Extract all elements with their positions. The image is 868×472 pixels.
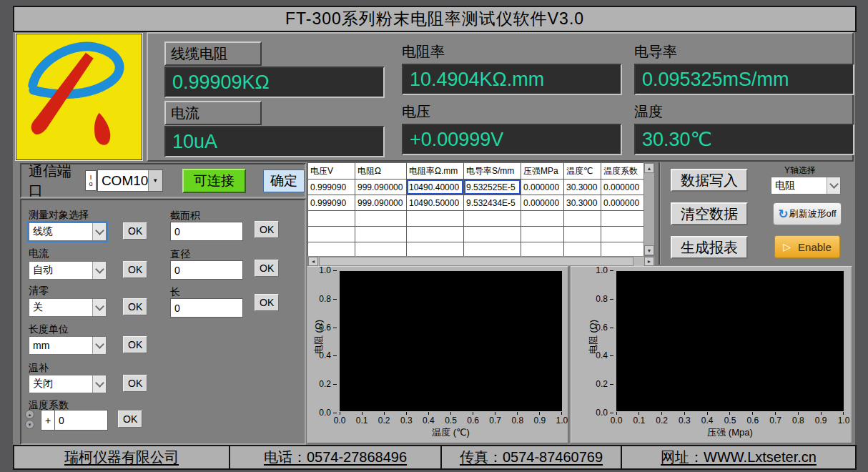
com-port-select[interactable]: COM10 ▼: [97, 169, 163, 192]
current-mode-select[interactable]: 自动: [29, 261, 107, 280]
conductivity-label: 电导率: [634, 42, 677, 62]
generate-report-button[interactable]: 生成报表: [671, 236, 748, 259]
footer-bar: 瑞柯仪器有限公司 电话：0574-27868496 传真：0574-874607…: [13, 445, 857, 470]
table-cell[interactable]: 0.999090: [308, 180, 355, 195]
measurement-table: 电压V 电阻Ω 电阻率Ω.mm 电导率S/mm 压强MPa 温度℃ 温度系数 0…: [307, 162, 643, 256]
confirm-button[interactable]: 确定: [263, 169, 305, 192]
cross-section-ok-button[interactable]: OK: [255, 221, 279, 238]
visa-io-icon: I o: [85, 170, 97, 191]
chart-resistance-vs-pressure: 电阻 (Ω) 1.00.80.60.40.20.0 0.00.10.20.30.…: [571, 266, 852, 443]
voltage-label: 电压: [402, 102, 430, 122]
clear-data-button[interactable]: 清空数据: [671, 202, 748, 225]
table-cell[interactable]: 10490.50000: [407, 195, 464, 211]
write-data-button[interactable]: 数据写入: [671, 169, 748, 192]
temp-comp-ok-button[interactable]: OK: [123, 375, 147, 392]
chevron-down-icon[interactable]: [92, 375, 106, 393]
table-header-row: 电压V 电阻Ω 电阻率Ω.mm 电导率S/mm 压强MPa 温度℃ 温度系数: [308, 163, 644, 180]
spinner-up-icon[interactable]: ▲: [25, 410, 34, 419]
table-cell[interactable]: 9.532434E-5: [464, 195, 521, 211]
table-cell-selected[interactable]: 9.532525E-5: [464, 180, 521, 195]
temp-coef-field-wrap: [54, 410, 108, 431]
table-row: 0.999090 999.090000 10490.50000 9.532434…: [308, 195, 644, 211]
table-cell[interactable]: 0.000000: [601, 180, 644, 195]
chevron-down-icon[interactable]: [92, 262, 106, 279]
scroll-down-button[interactable]: ▼: [644, 245, 654, 255]
table-row-empty: [308, 211, 644, 227]
plot-area[interactable]: [616, 271, 844, 411]
temp-coef-spinner[interactable]: ▲ ▼: [25, 410, 35, 429]
app-window: FT-300系列粉末电阻率测试仪软件V3.0 线缆电阻 0.99909KΩ 电流…: [0, 0, 868, 472]
length-field[interactable]: [171, 298, 242, 318]
col-header: 电压V: [308, 163, 355, 180]
spinner-down-icon[interactable]: ▼: [25, 420, 34, 429]
y-axis-ticks: 1.00.80.60.40.20.0: [311, 265, 337, 418]
current-label: 电流: [164, 101, 262, 125]
current-mode-ok-button[interactable]: OK: [123, 261, 147, 278]
cable-resistance-display: 0.99909KΩ: [164, 67, 385, 98]
chevron-down-icon[interactable]: [92, 337, 106, 354]
zeroing-ok-button[interactable]: OK: [123, 298, 147, 315]
temp-coef-ok-button[interactable]: OK: [118, 410, 142, 428]
footer-company: 瑞柯仪器有限公司: [14, 446, 229, 468]
scroll-up-button[interactable]: ▲: [644, 163, 654, 173]
refresh-waveform-button[interactable]: ↻ 刷新波形off: [773, 202, 842, 225]
chevron-down-icon[interactable]: [827, 177, 840, 194]
table-cell[interactable]: 30.3000: [564, 180, 601, 195]
table-cell[interactable]: 0.000000: [521, 180, 564, 195]
y-axis-select[interactable]: 电阻: [771, 177, 841, 195]
comm-port-row: 通信端口 I o COM10 ▼ 可连接 确定: [20, 163, 306, 198]
diameter-field[interactable]: [171, 260, 242, 280]
table-cell[interactable]: 999.090000: [355, 180, 407, 195]
refresh-icon: ↻: [778, 207, 788, 222]
measure-object-select[interactable]: 线缆: [29, 222, 107, 241]
scroll-right-button[interactable]: ►: [644, 257, 654, 266]
readings-panel: 线缆电阻 0.99909KΩ 电流 10uA 电阻率 10.4904KΩ.mm …: [147, 32, 854, 162]
table-cell[interactable]: 999.090000: [355, 195, 407, 211]
chevron-down-icon[interactable]: [92, 299, 106, 316]
table-cell[interactable]: 0.000000: [601, 195, 644, 211]
length-field-wrap: [170, 298, 243, 318]
length-ok-button[interactable]: OK: [255, 294, 279, 311]
length-unit-ok-button[interactable]: OK: [123, 336, 147, 353]
table-cell[interactable]: 0.000000: [521, 195, 564, 211]
connect-status-button[interactable]: 可连接: [182, 169, 246, 193]
table-cell[interactable]: 30.3000: [564, 195, 601, 211]
zeroing-select[interactable]: 关: [29, 298, 107, 317]
temp-comp-select[interactable]: 关闭: [29, 375, 107, 393]
conductivity-display: 0.095325mS/mm: [634, 64, 854, 95]
table-vertical-scrollbar[interactable]: ▲ ▼: [643, 162, 655, 256]
diameter-field-wrap: [170, 260, 243, 280]
col-header: 电导率S/mm: [464, 163, 521, 180]
length-unit-select[interactable]: mm: [29, 336, 107, 355]
cross-section-label: 截面积: [170, 210, 200, 222]
settings-panel: 测量对象选择 线缆 OK 电流 自动 OK 清零 关 OK 长度单位 mm OK…: [20, 199, 306, 445]
current-mode-label: 电流: [29, 247, 49, 260]
length-unit-label: 长度单位: [29, 323, 69, 336]
table-cell[interactable]: 0.999090: [308, 195, 355, 211]
temp-coef-field[interactable]: [55, 410, 107, 431]
footer-fax: 传真：0574-87460769: [440, 446, 621, 468]
cable-resistance-label: 线缆电阻: [164, 41, 262, 66]
cross-section-field[interactable]: [171, 222, 242, 241]
scrollbar-thumb[interactable]: [319, 257, 633, 266]
col-header: 电阻率Ω.mm: [407, 163, 464, 180]
length-label: 长: [170, 286, 180, 299]
measure-object-ok-button[interactable]: OK: [123, 222, 147, 240]
col-header: 压强MPa: [521, 163, 564, 180]
plot-area[interactable]: [340, 271, 562, 411]
resistivity-display: 10.4904KΩ.mm: [402, 64, 622, 95]
chart-resistance-vs-temperature: 电阻 (Ω) 1.00.80.60.40.20.0 0.00.10.20.30.…: [307, 266, 568, 443]
x-axis-ticks: 0.00.10.20.30.40.50.60.70.80.91.0: [331, 412, 571, 423]
enable-button[interactable]: ▷ Enable: [774, 235, 840, 258]
chevron-down-icon[interactable]: [92, 223, 106, 240]
comm-port-label: 通信端口: [29, 162, 84, 200]
col-header: 电阻Ω: [355, 163, 407, 180]
table-row: 0.999090 999.090000 10490.40000 9.532525…: [308, 180, 644, 195]
chevron-down-icon[interactable]: ▼: [148, 170, 162, 191]
diameter-label: 直径: [170, 248, 190, 261]
cross-section-field-wrap: [170, 222, 243, 241]
table-cell-selected[interactable]: 10490.40000: [407, 180, 464, 195]
play-icon: ▷: [783, 241, 791, 252]
y-axis-ticks: 1.00.80.60.40.20.0: [588, 265, 613, 418]
diameter-ok-button[interactable]: OK: [255, 260, 279, 277]
